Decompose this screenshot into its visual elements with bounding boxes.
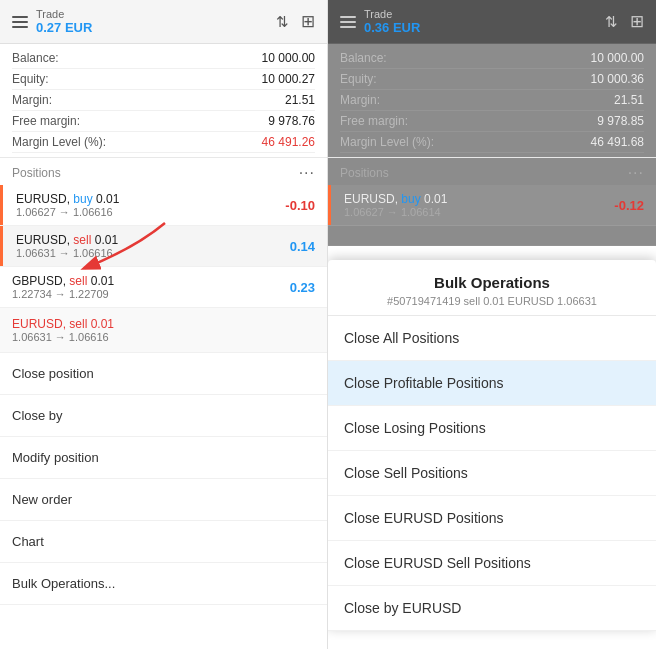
pos1-size: 0.01: [95, 233, 118, 247]
left-header: Trade 0.27 EUR ⇅ ⊞: [0, 0, 327, 44]
left-trade-amount: 0.27 EUR: [36, 20, 276, 35]
margin-row: Margin: 21.51: [12, 90, 315, 111]
right-margin-row: Margin: 21.51: [340, 90, 644, 111]
right-balance-row: Balance: 10 000.00: [340, 48, 644, 69]
position-item-1[interactable]: EURUSD, sell 0.01 1.06631 → 1.06616 0.14: [0, 226, 327, 267]
sort-icon[interactable]: ⇅: [276, 13, 289, 31]
left-header-title: Trade 0.27 EUR: [36, 8, 276, 35]
pos2-size: 0.01: [91, 274, 114, 288]
context-section: EURUSD, sell 0.01 1.06631 → 1.06616 0.14…: [0, 308, 327, 649]
right-positions-dots[interactable]: ···: [628, 164, 644, 182]
left-menu-icon[interactable]: [12, 16, 28, 28]
pos2-pnl: 0.23: [290, 280, 315, 295]
right-equity-value: 10 000.36: [591, 72, 644, 86]
free-margin-row: Free margin: 9 978.76: [12, 111, 315, 132]
right-margin-level-value: 46 491.68: [591, 135, 644, 149]
bulk-modal-header: Bulk Operations #50719471419 sell 0.01 E…: [328, 260, 656, 316]
margin-level-row: Margin Level (%): 46 491.26: [12, 132, 315, 153]
bulk-close-all[interactable]: Close All Positions: [328, 316, 656, 361]
right-trade-label: Trade: [364, 8, 605, 20]
add-icon[interactable]: ⊞: [301, 11, 315, 32]
right-sort-icon[interactable]: ⇅: [605, 13, 618, 31]
right-panel: Trade 0.36 EUR ⇅ ⊞ Balance: 10 000.00 Eq…: [328, 0, 656, 649]
bulk-modal-title: Bulk Operations: [344, 274, 640, 291]
margin-level-label: Margin Level (%):: [12, 135, 106, 149]
free-margin-value: 9 978.76: [268, 114, 315, 128]
rpos0-type: buy: [401, 192, 420, 206]
context-modify-position[interactable]: Modify position: [0, 437, 327, 479]
right-header-icons: ⇅ ⊞: [605, 11, 644, 32]
right-margin-level-row: Margin Level (%): 46 491.68: [340, 132, 644, 153]
equity-row: Equity: 10 000.27: [12, 69, 315, 90]
right-menu-icon[interactable]: [340, 16, 356, 28]
rpos0-pnl: -0.12: [614, 198, 644, 213]
bulk-close-eurusd[interactable]: Close EURUSD Positions: [328, 496, 656, 541]
margin-level-value: 46 491.26: [262, 135, 315, 149]
right-header: Trade 0.36 EUR ⇅ ⊞: [328, 0, 656, 44]
pos0-name: EURUSD: [16, 192, 67, 206]
left-panel: Trade 0.27 EUR ⇅ ⊞ Balance: 10 000.00 Eq…: [0, 0, 328, 649]
right-trade-amount: 0.36 EUR: [364, 20, 605, 35]
pos0-size: 0.01: [96, 192, 119, 206]
right-free-margin-value: 9 978.85: [597, 114, 644, 128]
bulk-close-losing[interactable]: Close Losing Positions: [328, 406, 656, 451]
right-margin-label: Margin:: [340, 93, 380, 107]
rpos0-size: 0.01: [424, 192, 447, 206]
balance-value: 10 000.00: [262, 51, 315, 65]
margin-label: Margin:: [12, 93, 52, 107]
bulk-close-sell[interactable]: Close Sell Positions: [328, 451, 656, 496]
balance-label: Balance:: [12, 51, 59, 65]
pos1-pnl: 0.14: [290, 239, 315, 254]
right-equity-label: Equity:: [340, 72, 377, 86]
right-position-item-0[interactable]: EURUSD, buy 0.01 1.06627 → 1.06614 -0.12: [328, 185, 656, 226]
right-balance-label: Balance:: [340, 51, 387, 65]
positions-label: Positions: [12, 166, 61, 180]
left-trade-label: Trade: [36, 8, 276, 20]
pos1-name: EURUSD: [16, 233, 67, 247]
margin-value: 21.51: [285, 93, 315, 107]
right-positions-label: Positions: [340, 166, 389, 180]
bulk-close-by-eurusd[interactable]: Close by EURUSD: [328, 586, 656, 631]
right-margin-value: 21.51: [614, 93, 644, 107]
equity-label: Equity:: [12, 72, 49, 86]
pos2-type: sell: [69, 274, 87, 288]
right-header-title: Trade 0.36 EUR: [364, 8, 605, 35]
balance-row: Balance: 10 000.00: [12, 48, 315, 69]
free-margin-label: Free margin:: [12, 114, 80, 128]
context-position[interactable]: EURUSD, sell 0.01 1.06631 → 1.06616 0.14: [0, 308, 327, 353]
context-close-by[interactable]: Close by: [0, 395, 327, 437]
rpos0-name: EURUSD: [344, 192, 395, 206]
right-equity-row: Equity: 10 000.36: [340, 69, 644, 90]
position-item-2[interactable]: GBPUSD, sell 0.01 1.22734 → 1.22709 0.23: [0, 267, 327, 308]
position-item-0[interactable]: EURUSD, buy 0.01 1.06627 → 1.06616 -0.10: [0, 185, 327, 226]
context-new-order[interactable]: New order: [0, 479, 327, 521]
left-header-icons: ⇅ ⊞: [276, 11, 315, 32]
context-close-position[interactable]: Close position: [0, 353, 327, 395]
right-panel-dimmed: Trade 0.36 EUR ⇅ ⊞ Balance: 10 000.00 Eq…: [328, 0, 656, 246]
right-account-info: Balance: 10 000.00 Equity: 10 000.36 Mar…: [328, 44, 656, 158]
equity-value: 10 000.27: [262, 72, 315, 86]
right-positions-header: Positions ···: [328, 158, 656, 185]
bulk-operations-modal: Bulk Operations #50719471419 sell 0.01 E…: [328, 260, 656, 631]
pos2-name: GBPUSD: [12, 274, 63, 288]
right-add-icon[interactable]: ⊞: [630, 11, 644, 32]
pos0-type: buy: [73, 192, 92, 206]
right-free-margin-label: Free margin:: [340, 114, 408, 128]
context-chart[interactable]: Chart: [0, 521, 327, 563]
right-margin-level-label: Margin Level (%):: [340, 135, 434, 149]
pos0-pnl: -0.10: [285, 198, 315, 213]
pos1-type: sell: [73, 233, 91, 247]
right-empty-row: [328, 226, 656, 246]
bulk-modal-subtitle: #50719471419 sell 0.01 EURUSD 1.06631: [344, 295, 640, 307]
right-balance-value: 10 000.00: [591, 51, 644, 65]
bulk-close-profitable[interactable]: Close Profitable Positions: [328, 361, 656, 406]
bulk-close-eurusd-sell[interactable]: Close EURUSD Sell Positions: [328, 541, 656, 586]
left-account-info: Balance: 10 000.00 Equity: 10 000.27 Mar…: [0, 44, 327, 158]
positions-header: Positions ···: [0, 158, 327, 185]
positions-menu-dots[interactable]: ···: [299, 164, 315, 182]
context-bulk-operations[interactable]: Bulk Operations...: [0, 563, 327, 605]
right-free-margin-row: Free margin: 9 978.85: [340, 111, 644, 132]
